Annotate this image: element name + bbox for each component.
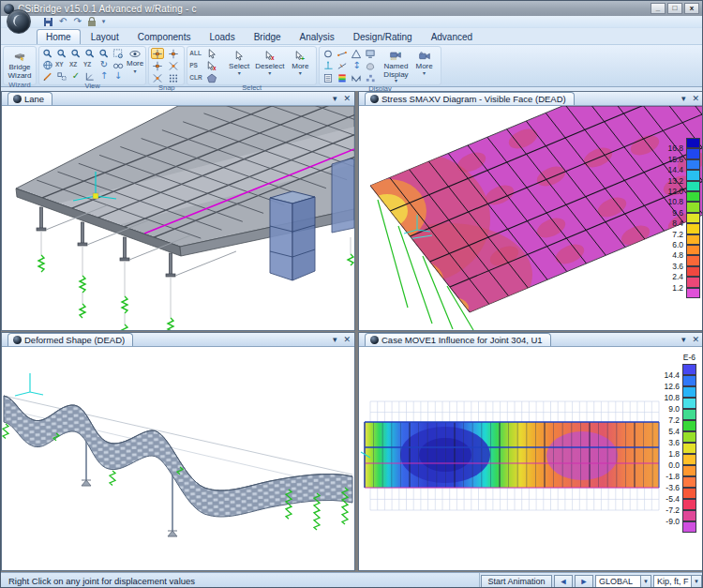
snap-intersections-icon[interactable] [167, 60, 180, 71]
show-releases-icon[interactable] [336, 48, 349, 59]
viewport-lane-tab[interactable]: Lane [7, 92, 52, 105]
more-button[interactable]: More▾ [411, 48, 439, 84]
svg-text:+: + [301, 54, 305, 61]
more-button[interactable]: +More▾ [286, 48, 314, 77]
snap-perpendicular-icon[interactable] [151, 72, 164, 83]
zoom-out-icon[interactable] [97, 48, 111, 59]
viewport-menu-icon[interactable]: ▾ [333, 334, 337, 345]
stress-contour-view[interactable]: 16.815.614.413.212.010.89.68.47.26.04.83… [359, 106, 703, 330]
units-select[interactable]: Kip, ft, F ▼ [653, 575, 702, 588]
viewport-close-icon[interactable]: ✕ [343, 93, 351, 104]
ribbon-tab-home[interactable]: Home [37, 29, 81, 44]
show-solid-icon[interactable] [364, 60, 377, 71]
mini-button-xy[interactable]: XY [55, 59, 69, 69]
start-animation-button[interactable]: Start Animation [481, 575, 552, 588]
perspective-toggle-icon[interactable] [112, 59, 125, 70]
show-named-views-icon[interactable] [364, 48, 377, 59]
chevron-down-icon[interactable]: ▼ [640, 576, 651, 587]
zoom-window-icon[interactable] [83, 48, 97, 59]
viewport-menu-icon[interactable]: ▾ [681, 93, 686, 104]
viewport-close-icon[interactable]: ✕ [343, 334, 351, 345]
previous-selection-icon[interactable] [205, 48, 218, 59]
rotate-view-icon[interactable]: ↻ [97, 59, 111, 70]
clear-selection-icon[interactable]: x [205, 60, 218, 71]
zoom-in-icon[interactable] [55, 48, 68, 59]
chevron-down-icon[interactable]: ▼ [691, 576, 701, 587]
ribbon-tab-components[interactable]: Components [129, 30, 200, 44]
view-more-button[interactable]: More ▾ [127, 48, 143, 74]
select-button[interactable]: Select▾ [225, 48, 253, 77]
snap-fine-grid-icon[interactable] [167, 72, 180, 83]
ribbon-tab-design-rating[interactable]: Design/Rating [345, 30, 421, 44]
units-value: Kip, ft, F [654, 577, 691, 586]
show-sections-icon[interactable] [336, 60, 349, 71]
viewport-close-icon[interactable]: ✕ [692, 334, 699, 345]
girder-web [39, 207, 42, 230]
mini-button-ps[interactable]: PS [189, 60, 203, 70]
deselect-button[interactable]: xDeselect▾ [253, 48, 286, 77]
application-menu-button[interactable] [7, 9, 31, 34]
mini-button-all[interactable]: ALL [189, 48, 203, 58]
ribbon-group-display: ↕ Named Display▾More▾ Display [319, 46, 441, 85]
snap-points-icon[interactable] [151, 48, 164, 59]
lock-icon[interactable] [88, 21, 96, 26]
redo-icon[interactable]: ↷ [73, 17, 81, 26]
show-deformed-icon[interactable] [350, 48, 363, 59]
legend-color-block [686, 170, 700, 180]
legend-color-block [686, 277, 700, 287]
move-down-list-icon[interactable]: ↓ [112, 70, 125, 82]
lane-3d-view[interactable] [2, 106, 354, 330]
coordinate-system-select[interactable]: GLOBAL ▼ [595, 575, 651, 588]
viewport-deformed-tab[interactable]: Deformed Shape (DEAD) [7, 333, 133, 346]
axes-labels-icon[interactable] [83, 70, 97, 82]
zoom-previous-icon[interactable] [69, 48, 82, 59]
legend-value: 9.0 [657, 404, 680, 414]
show-contours-icon[interactable] [336, 72, 349, 83]
snap-line-middles-icon[interactable] [151, 60, 164, 71]
object-checks-icon[interactable]: ✓ [69, 70, 82, 82]
polygon-select-icon[interactable] [205, 72, 218, 83]
viewport-influence-tab[interactable]: Case MOVE1 Influence for Joint 304, U1 [365, 333, 551, 346]
draw-mode-icon[interactable] [41, 70, 54, 82]
deformed-shape-view[interactable] [2, 347, 354, 570]
show-arrows-icon[interactable]: ↕ [350, 60, 363, 71]
snap-line-ends-icon[interactable] [167, 48, 180, 59]
zoom-extents-icon[interactable] [41, 48, 54, 59]
bridge-wizard-button[interactable]: Bridge Wizard [6, 48, 34, 81]
ribbon-tab-advanced[interactable]: Advanced [423, 30, 481, 44]
qat-dropdown-icon[interactable]: ▾ [102, 18, 106, 25]
maximize-button[interactable]: □ [667, 3, 682, 14]
mini-button-clr[interactable]: CLR [189, 72, 203, 83]
spring-support [38, 255, 44, 272]
show-misc-icon[interactable] [364, 72, 377, 83]
ribbon-tab-layout[interactable]: Layout [82, 30, 127, 44]
undo-icon[interactable]: ↶ [59, 17, 67, 26]
set-display-limits-icon[interactable] [55, 70, 68, 82]
viewport-close-icon[interactable]: ✕ [692, 93, 699, 104]
previous-step-button[interactable]: ◄ [554, 575, 573, 588]
legend-color-block [682, 488, 696, 499]
ribbon-tab-loads[interactable]: Loads [201, 30, 243, 44]
viewport-menu-icon[interactable]: ▾ [333, 93, 337, 104]
close-button[interactable]: x [684, 3, 699, 14]
legend-color-block [686, 181, 700, 191]
next-step-button[interactable]: ► [575, 575, 593, 588]
named-button[interactable]: Named Display▾ [381, 48, 410, 84]
show-beams-icon[interactable] [350, 72, 363, 83]
legend-color-block [682, 386, 696, 398]
save-icon[interactable] [44, 18, 52, 26]
show-tables-icon[interactable] [322, 72, 335, 83]
mini-button-yz[interactable]: YZ [83, 59, 97, 69]
minimize-button[interactable]: _ [651, 3, 666, 14]
mini-button-xz[interactable]: XZ [69, 59, 83, 69]
show-joints-icon[interactable] [322, 48, 335, 59]
influence-surface-view[interactable]: E-614.412.610.89.07.25.43.61.80.0-1.8-3.… [359, 347, 703, 570]
ribbon-tab-bridge[interactable]: Bridge [246, 30, 290, 44]
ribbon-tab-analysis[interactable]: Analysis [292, 30, 343, 44]
viewport-stress-tab[interactable]: Stress SMAXV Diagram - Visible Face (DEA… [365, 92, 575, 105]
set-3d-view-icon[interactable] [41, 59, 54, 70]
show-axes-icon[interactable] [322, 60, 335, 71]
rubber-band-zoom-icon[interactable] [112, 48, 125, 59]
viewport-menu-icon[interactable]: ▾ [681, 334, 686, 345]
move-up-list-icon[interactable]: ↑ [97, 70, 111, 82]
